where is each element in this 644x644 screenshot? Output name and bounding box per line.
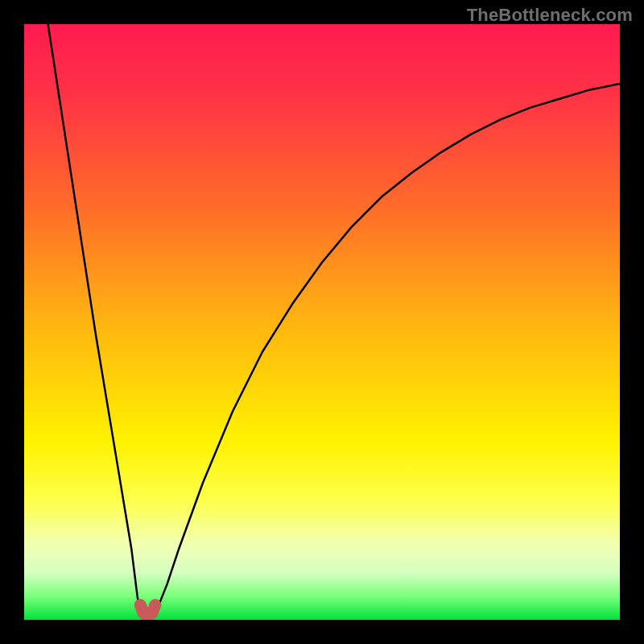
series-minimum-marker xyxy=(140,605,155,616)
plot-area xyxy=(24,24,620,620)
chart-frame: TheBottleneck.com xyxy=(0,0,644,644)
watermark-text: TheBottleneck.com xyxy=(467,5,633,26)
series-right-branch xyxy=(155,84,620,614)
chart-curves xyxy=(24,24,620,620)
series-left-branch xyxy=(48,24,141,614)
